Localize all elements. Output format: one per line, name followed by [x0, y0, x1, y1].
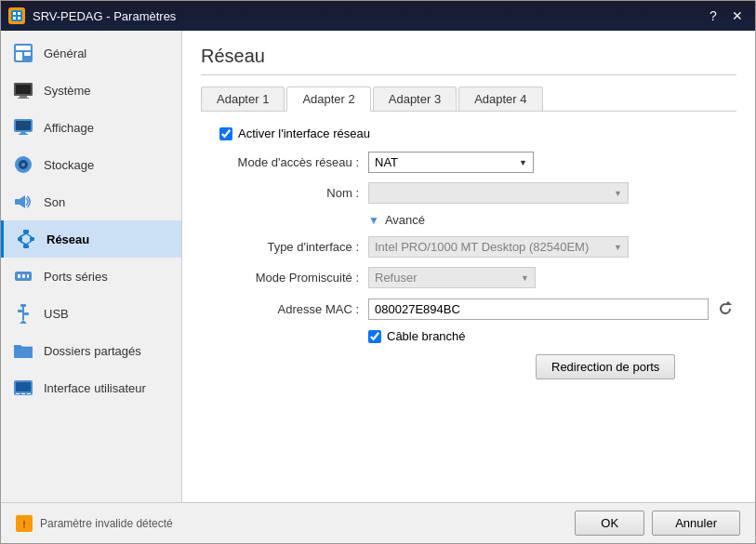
son-icon: [12, 191, 34, 213]
mode-acces-select[interactable]: NAT Réseau NAT Accès par pont Réseau int…: [369, 153, 533, 172]
cable-row: Câble branché: [368, 329, 736, 343]
svg-rect-25: [23, 245, 29, 248]
activate-checkbox[interactable]: [219, 127, 232, 140]
mac-label: Adresse MAC :: [201, 302, 368, 316]
svg-line-26: [20, 233, 26, 237]
window-controls: ? ✕: [703, 6, 748, 26]
cable-checkbox[interactable]: [368, 330, 381, 343]
sidebar-item-son[interactable]: Son: [1, 183, 181, 220]
sidebar-item-dossiers[interactable]: Dossiers partagés: [1, 332, 181, 369]
svg-rect-41: [16, 393, 20, 394]
tab-adapter3[interactable]: Adapter 3: [373, 86, 457, 111]
svg-rect-20: [15, 199, 20, 205]
activate-label: Activer l'interface réseau: [238, 126, 370, 140]
sidebar-item-ports[interactable]: Ports séries: [1, 258, 181, 295]
mode-acces-label: Mode d'accès réseau :: [201, 155, 368, 169]
type-interface-label: Type d'interface :: [201, 240, 368, 254]
svg-marker-15: [20, 132, 27, 134]
svg-rect-22: [23, 230, 29, 233]
mode-promiscuite-label: Mode Promiscuité :: [201, 271, 368, 285]
mode-promiscuite-select: Refuser: [369, 268, 535, 287]
stockage-icon: [12, 153, 34, 176]
mode-promiscuite-row: Mode Promiscuité : Refuser: [201, 267, 736, 288]
svg-rect-37: [18, 310, 22, 312]
svg-line-28: [20, 241, 26, 245]
ok-button[interactable]: OK: [575, 511, 644, 536]
app-icon: [8, 7, 25, 24]
svg-rect-35: [22, 307, 24, 320]
type-interface-row: Type d'interface : Intel PRO/1000 MT Des…: [201, 236, 736, 258]
svg-rect-42: [21, 393, 25, 394]
mode-acces-control: NAT Réseau NAT Accès par pont Réseau int…: [368, 152, 736, 173]
svg-line-29: [26, 241, 32, 245]
svg-rect-34: [20, 304, 26, 307]
cable-label: Câble branché: [387, 329, 466, 343]
avance-triangle-icon: ▼: [368, 214, 379, 227]
help-button[interactable]: ?: [703, 6, 723, 26]
sidebar-label-dossiers: Dossiers partagés: [44, 344, 141, 358]
svg-rect-16: [19, 134, 28, 135]
general-icon: [12, 42, 34, 64]
svg-rect-6: [16, 46, 31, 50]
svg-rect-4: [18, 17, 20, 20]
tab-adapter2[interactable]: Adapter 2: [286, 86, 370, 112]
activate-row: Activer l'interface réseau: [219, 126, 736, 140]
sidebar-label-interface: Interface utilisateur: [44, 381, 146, 395]
status-text: Paramètre invalide détecté: [40, 517, 173, 530]
svg-rect-10: [16, 85, 31, 94]
tab-adapter1[interactable]: Adapter 1: [201, 86, 285, 111]
svg-rect-14: [16, 121, 31, 130]
sidebar-label-son: Son: [44, 195, 65, 209]
adapter-tabs: Adapter 1 Adapter 2 Adapter 3 Adapter 4: [201, 86, 736, 112]
svg-rect-23: [18, 237, 22, 241]
sidebar-item-usb[interactable]: USB: [1, 295, 181, 332]
mac-input-row: [368, 298, 736, 320]
redirect-button[interactable]: Redirection de ports: [536, 354, 675, 379]
sidebar-item-affichage[interactable]: Affichage: [1, 109, 181, 146]
reseau-icon: [15, 228, 37, 250]
form-area: Activer l'interface réseau Mode d'accès …: [201, 126, 736, 487]
svg-rect-32: [22, 274, 25, 278]
warning-icon: [16, 515, 33, 532]
title-bar: SRV-PEDAG - Paramètres ? ✕: [1, 1, 755, 31]
mac-row: Adresse MAC :: [201, 298, 736, 320]
bottom-bar: Paramètre invalide détecté OK Annuler: [1, 502, 755, 543]
nom-control: [368, 182, 736, 204]
sidebar-item-reseau[interactable]: Réseau: [1, 220, 181, 258]
svg-rect-33: [27, 274, 29, 278]
sidebar-label-systeme: Système: [44, 84, 91, 98]
sidebar: Général Système: [1, 31, 182, 502]
affichage-icon: [12, 116, 34, 139]
mac-input[interactable]: [368, 299, 709, 320]
svg-marker-21: [20, 195, 25, 208]
svg-rect-43: [27, 393, 31, 394]
svg-rect-40: [16, 382, 31, 391]
type-interface-control: Intel PRO/1000 MT Desktop (82540EM): [368, 236, 736, 258]
mode-acces-row: Mode d'accès réseau : NAT Réseau NAT Acc…: [201, 152, 736, 173]
tab-adapter4[interactable]: Adapter 4: [458, 86, 542, 111]
close-button[interactable]: ✕: [727, 6, 748, 26]
panel-title: Réseau: [201, 46, 736, 75]
svg-rect-1: [13, 12, 16, 15]
sidebar-item-stockage[interactable]: Stockage: [1, 146, 181, 183]
sidebar-label-stockage: Stockage: [44, 158, 94, 172]
svg-rect-24: [30, 237, 34, 241]
systeme-icon: [12, 79, 34, 101]
mac-refresh-button[interactable]: [714, 298, 736, 320]
sidebar-item-interface[interactable]: Interface utilisateur: [1, 369, 181, 406]
sidebar-item-general[interactable]: Général: [1, 34, 181, 72]
sidebar-item-systeme[interactable]: Système: [1, 72, 181, 109]
nom-label: Nom :: [201, 186, 368, 200]
bottom-buttons: OK Annuler: [575, 511, 740, 536]
content-area: Général Système: [1, 31, 755, 502]
type-interface-select: Intel PRO/1000 MT Desktop (82540EM): [369, 237, 628, 257]
cancel-button[interactable]: Annuler: [652, 511, 740, 536]
avance-row[interactable]: ▼ Avancé: [368, 213, 736, 227]
ports-icon: [12, 265, 34, 287]
svg-line-27: [26, 233, 32, 237]
svg-rect-2: [18, 12, 20, 15]
interface-icon: [12, 377, 34, 399]
mode-acces-select-wrapper[interactable]: NAT Réseau NAT Accès par pont Réseau int…: [368, 152, 534, 173]
svg-marker-44: [724, 301, 732, 305]
svg-rect-12: [18, 98, 29, 99]
